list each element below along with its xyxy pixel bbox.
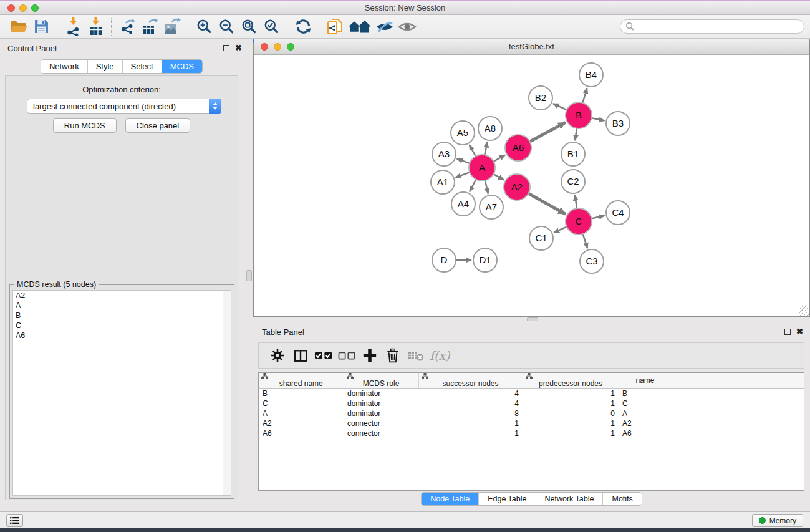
table-cell[interactable]: B (619, 389, 672, 399)
select-all-checkboxes-icon[interactable] (313, 346, 334, 365)
result-list-scrollbar[interactable] (223, 291, 231, 495)
table-cell[interactable]: 1 (418, 428, 523, 438)
table-cell[interactable]: 1 (523, 428, 619, 438)
table-row[interactable]: A2connector11A2 (259, 418, 804, 428)
column-header-name[interactable]: name (619, 373, 672, 389)
save-session-floppy-icon[interactable] (30, 17, 52, 37)
home-pair-icon[interactable] (346, 17, 374, 37)
table-cell[interactable]: B (259, 389, 344, 399)
graph-node-A6[interactable]: A6 (505, 135, 531, 161)
organic-view-eye-icon[interactable] (374, 17, 396, 37)
graph-node-C1[interactable]: C1 (529, 226, 553, 250)
clone-network-icon[interactable] (324, 17, 346, 37)
graph-node-B1[interactable]: B1 (561, 142, 585, 166)
table-cell[interactable]: dominator (344, 399, 418, 409)
graph-node-D1[interactable]: D1 (473, 248, 497, 272)
table-cell[interactable]: 1 (523, 399, 619, 409)
table-row[interactable]: Cdominator41C (259, 399, 804, 409)
tab-edge-table[interactable]: Edge Table (478, 493, 535, 505)
table-cell[interactable]: A6 (259, 428, 344, 438)
table-cell[interactable]: 0 (523, 409, 619, 418)
column-header-predecessor-nodes[interactable]: predecessor nodes (523, 373, 619, 389)
search-input[interactable] (635, 21, 804, 32)
mcds-result-list[interactable]: A2ABCA6 (12, 290, 231, 496)
float-panel-icon[interactable] (223, 45, 229, 51)
graph-node-A4[interactable]: A4 (451, 192, 475, 216)
zoom-selected-icon[interactable] (260, 17, 282, 37)
mcds-result-item[interactable]: A2 (13, 291, 231, 301)
graph-node-A2[interactable]: A2 (504, 174, 530, 200)
table-cell[interactable]: C (619, 399, 672, 409)
table-cell[interactable]: 1 (523, 389, 619, 399)
tab-mcds[interactable]: MCDS (162, 60, 202, 73)
float-panel-icon[interactable] (784, 329, 791, 335)
network-canvas[interactable]: B4B2BB3A5A8A6B1A3AA1C2A2A4A7CC4C1C3DD1 (254, 55, 809, 316)
column-header-shared-name[interactable]: shared name (259, 373, 344, 389)
task-history-list-button[interactable] (6, 514, 23, 527)
run-mcds-button[interactable]: Run MCDS (53, 118, 117, 133)
open-session-folder-icon[interactable] (7, 17, 30, 37)
window-resize-grip[interactable] (799, 306, 809, 316)
fit-content-icon[interactable] (238, 17, 260, 37)
graph-node-A7[interactable]: A7 (480, 195, 503, 219)
close-panel-icon[interactable]: ✖ (235, 43, 242, 52)
mcds-result-item[interactable]: A6 (13, 331, 231, 341)
mcds-result-item[interactable]: B (13, 311, 231, 321)
table-cell[interactable]: A (259, 409, 344, 418)
panel-divider-grip-vertical[interactable] (246, 270, 252, 281)
import-network-icon[interactable] (62, 17, 84, 37)
graph-node-D[interactable]: D (432, 248, 456, 272)
show-graphics-details-eye-icon[interactable] (396, 17, 418, 37)
table-cell[interactable]: 4 (418, 399, 523, 409)
delete-column-trash-icon[interactable] (382, 346, 403, 365)
graph-node-A[interactable]: A (469, 155, 495, 181)
column-header-MCDS-role[interactable]: MCDS role (344, 373, 418, 389)
table-cell[interactable]: A6 (619, 428, 672, 438)
mcds-result-item[interactable]: A (13, 301, 231, 311)
table-cell[interactable]: connector (344, 418, 418, 428)
table-row[interactable]: A6connector11A6 (259, 428, 804, 438)
graph-node-C[interactable]: C (566, 208, 592, 235)
table-cell[interactable]: A2 (259, 418, 344, 428)
table-cell[interactable]: A (619, 409, 672, 418)
add-column-plus-icon[interactable] (359, 346, 380, 365)
memory-button[interactable]: Memory (752, 514, 803, 527)
graph-node-C3[interactable]: C3 (580, 249, 604, 273)
zoom-in-icon[interactable] (193, 17, 215, 37)
close-panel-icon[interactable]: ✖ (796, 327, 803, 336)
show-column-icon[interactable] (290, 346, 311, 365)
table-row[interactable]: Adominator80A (259, 409, 804, 418)
node-attribute-table[interactable]: shared nameMCDS rolesuccessor nodesprede… (259, 373, 804, 438)
graph-node-B3[interactable]: B3 (606, 112, 630, 135)
export-network-icon[interactable] (116, 17, 138, 37)
mcds-result-item[interactable]: C (13, 321, 231, 331)
table-cell[interactable]: 1 (418, 418, 523, 428)
tab-node-table[interactable]: Node Table (422, 493, 478, 505)
settings-gear-icon[interactable] (267, 346, 287, 365)
close-panel-button[interactable]: Close panel (125, 118, 191, 133)
export-table-icon[interactable] (138, 17, 161, 37)
table-cell[interactable]: dominator (344, 409, 418, 418)
table-cell[interactable]: 4 (418, 389, 523, 399)
table-cell[interactable]: dominator (344, 389, 418, 399)
apply-layout-refresh-icon[interactable] (292, 17, 314, 37)
column-header-successor-nodes[interactable]: successor nodes (418, 373, 523, 389)
graph-node-A5[interactable]: A5 (451, 121, 475, 145)
table-cell[interactable]: connector (344, 428, 418, 438)
table-cell[interactable]: 8 (418, 409, 523, 418)
tab-motifs[interactable]: Motifs (602, 493, 641, 505)
graph-node-C4[interactable]: C4 (606, 201, 630, 225)
graph-node-A3[interactable]: A3 (432, 142, 456, 166)
table-cell[interactable]: A2 (619, 418, 672, 428)
graph-node-B[interactable]: B (566, 102, 592, 128)
deselect-all-checkboxes-icon[interactable] (336, 346, 357, 365)
optimization-criterion-select[interactable]: largest connected component (directed) (27, 99, 221, 114)
table-cell[interactable]: 1 (523, 418, 619, 428)
graph-node-A1[interactable]: A1 (431, 170, 455, 194)
zoom-out-icon[interactable] (215, 17, 238, 37)
table-cell[interactable]: C (259, 399, 344, 409)
import-table-icon[interactable] (84, 17, 107, 37)
graph-node-B4[interactable]: B4 (579, 63, 603, 87)
table-row[interactable]: Bdominator41B (259, 389, 804, 399)
graph-node-B2[interactable]: B2 (529, 86, 552, 110)
